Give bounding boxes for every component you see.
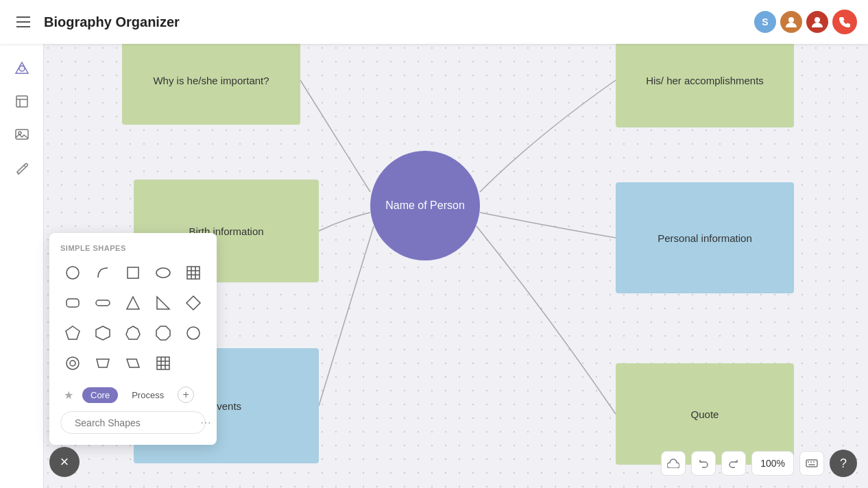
header-avatars: S [754, 10, 857, 34]
shape-pill[interactable] [91, 291, 115, 315]
svg-point-27 [67, 357, 79, 369]
help-button[interactable]: ? [830, 450, 857, 477]
shapes-star-icon[interactable]: ★ [60, 387, 77, 403]
svg-point-28 [70, 361, 75, 366]
svg-marker-21 [186, 296, 200, 310]
search-more-button[interactable]: ⋯ [200, 416, 211, 429]
bottom-toolbar: 100% ? [661, 450, 857, 477]
shapes-tool-button[interactable] [8, 55, 36, 82]
svg-point-0 [788, 17, 794, 23]
shapes-tabs: ★ Core Process + [60, 387, 206, 403]
svg-marker-19 [127, 297, 139, 309]
shape-diamond[interactable] [181, 291, 206, 315]
svg-rect-17 [67, 299, 79, 307]
avatar-2 [806, 11, 828, 33]
tab-process[interactable]: Process [123, 387, 172, 403]
svg-rect-4 [16, 96, 27, 107]
shape-pentagon[interactable] [60, 321, 85, 345]
shape-ellipse[interactable] [151, 260, 176, 285]
app-title: Biography Organizer [44, 14, 754, 30]
shape-square[interactable] [121, 260, 145, 285]
search-box: ⋯ [60, 411, 206, 434]
shape-trapezoid[interactable] [91, 351, 115, 376]
search-input[interactable] [75, 417, 195, 428]
shape-rounded-rect[interactable] [60, 291, 85, 315]
shape-heptagon[interactable] [121, 321, 145, 345]
avatar-1 [780, 11, 802, 33]
svg-marker-29 [97, 359, 109, 367]
shape-parallelogram[interactable] [121, 351, 145, 376]
hamburger-icon [16, 16, 30, 27]
svg-point-1 [815, 17, 820, 23]
node-accomplishments-text: His/ her accomplishments [646, 75, 764, 86]
svg-marker-30 [127, 359, 139, 367]
svg-rect-38 [806, 460, 817, 467]
shape-circle2[interactable] [181, 321, 206, 345]
node-accomplishments[interactable]: His/ her accomplishments [616, 33, 794, 127]
phone-button[interactable] [832, 10, 857, 34]
cloud-button[interactable] [661, 451, 686, 476]
frame-tool-button[interactable] [8, 88, 36, 115]
node-quote-text: Quote [691, 408, 719, 420]
shape-donut[interactable] [60, 351, 85, 376]
shapes-panel-header: SIMPLE SHAPES [60, 244, 206, 252]
svg-marker-22 [66, 326, 80, 339]
svg-marker-20 [157, 297, 169, 309]
svg-marker-23 [96, 326, 110, 340]
svg-point-26 [187, 327, 200, 339]
center-node-text: Name of Person [385, 199, 465, 212]
tab-core[interactable]: Core [82, 387, 118, 403]
shape-triangle[interactable] [121, 291, 145, 315]
add-tab-button[interactable]: + [178, 387, 194, 403]
undo-button[interactable] [691, 451, 716, 476]
svg-point-3 [19, 66, 25, 71]
svg-marker-25 [156, 326, 170, 340]
node-personal-text: Personal information [658, 232, 752, 244]
svg-point-11 [156, 268, 170, 278]
svg-rect-18 [96, 300, 110, 306]
shape-right-triangle[interactable] [151, 291, 176, 315]
svg-rect-12 [187, 267, 200, 279]
header: Biography Organizer S [0, 0, 868, 44]
node-why[interactable]: Why is he/she important? [122, 36, 300, 125]
shapes-grid [60, 260, 206, 376]
center-node[interactable]: Name of Person [370, 151, 480, 260]
shape-arc[interactable] [91, 260, 115, 285]
draw-tool-button[interactable] [8, 154, 36, 181]
hamburger-button[interactable] [11, 10, 36, 34]
shape-hexagon[interactable] [91, 321, 115, 345]
node-personal[interactable]: Personal information [616, 182, 794, 293]
image-tool-button[interactable] [8, 121, 36, 148]
shape-circle[interactable] [60, 260, 85, 285]
svg-rect-10 [128, 267, 138, 278]
shape-table[interactable] [181, 260, 206, 285]
keyboard-button[interactable] [799, 451, 824, 476]
svg-point-9 [67, 267, 79, 279]
node-why-text: Why is he/she important? [153, 75, 269, 86]
shape-octagon[interactable] [151, 321, 176, 345]
shapes-panel: SIMPLE SHAPES [49, 233, 217, 445]
zoom-display: 100% [751, 451, 794, 476]
fab-close-button[interactable]: × [49, 447, 80, 477]
svg-rect-31 [157, 357, 169, 369]
shape-grid[interactable] [151, 351, 176, 376]
svg-marker-24 [126, 326, 140, 339]
avatar-s: S [754, 11, 776, 33]
redo-button[interactable] [721, 451, 746, 476]
left-sidebar [0, 44, 44, 488]
